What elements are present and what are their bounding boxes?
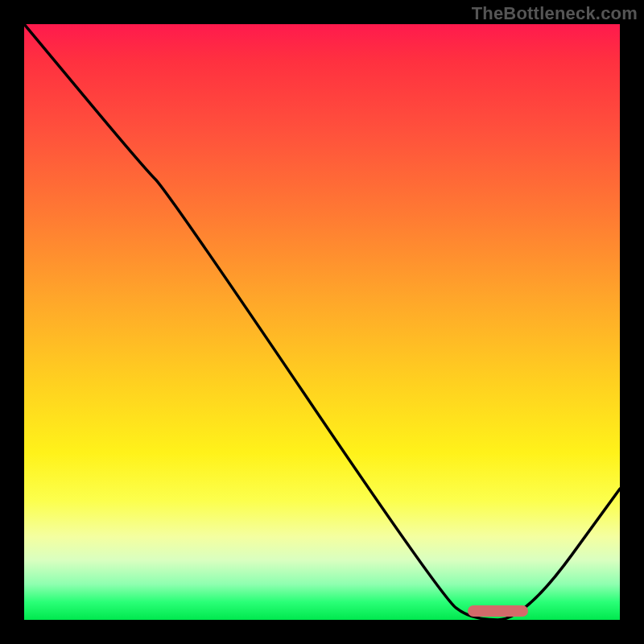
plot-area: [24, 24, 620, 620]
bottleneck-curve: [24, 24, 620, 620]
chart-container: TheBottleneck.com: [0, 0, 644, 644]
optimal-range-marker: [468, 605, 528, 617]
watermark-text: TheBottleneck.com: [472, 3, 638, 24]
